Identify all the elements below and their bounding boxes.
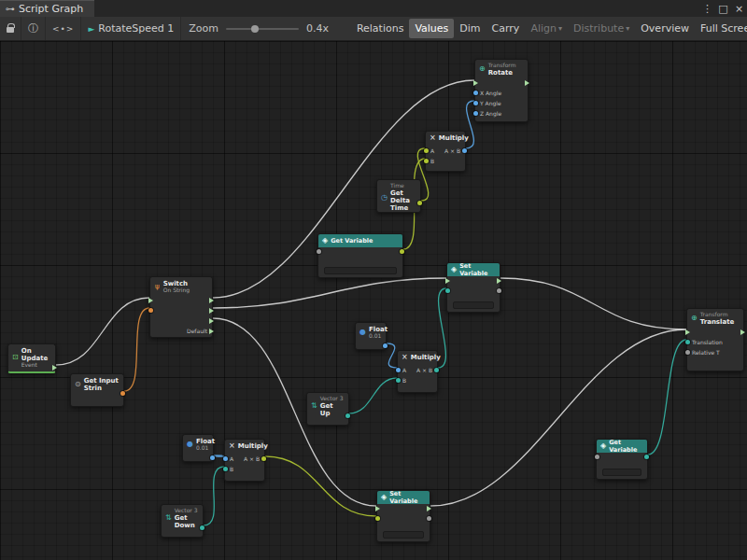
flow-port[interactable] <box>375 505 380 511</box>
value-port[interactable] <box>400 248 404 255</box>
fullscreen-button[interactable]: Full Screen <box>695 19 747 38</box>
node-switch[interactable]: ⋔SwitchOn StringDefault <box>149 276 213 338</box>
node-vector3-get-up[interactable]: ⇅Vector 3Get Up <box>306 392 349 426</box>
zoom-fit-button[interactable]: <•> <box>46 17 81 40</box>
node-set-variable-bottom[interactable]: ◈Set Variable <box>376 490 430 542</box>
value-port[interactable] <box>120 390 125 397</box>
info-button[interactable]: ⓘ <box>21 17 46 40</box>
value-port[interactable] <box>210 455 215 461</box>
graph-canvas[interactable]: ⊕TransformRotateX AngleY AngleZ Angle×Mu… <box>0 41 747 560</box>
zoom-slider[interactable] <box>226 28 299 30</box>
value-port[interactable]: B <box>424 158 434 164</box>
flow-port[interactable]: Default <box>187 328 214 334</box>
value-port[interactable]: A <box>223 455 233 462</box>
carry-button[interactable]: Carry <box>486 19 526 38</box>
wire-get-input-string-to-switch[interactable] <box>124 308 149 391</box>
value-port[interactable]: A × B <box>416 367 439 373</box>
node-on-update[interactable]: ⊡On UpdateEvent <box>7 343 56 373</box>
wire-on-update-to-switch[interactable] <box>56 298 149 365</box>
wire-vector3-get-down-to-multiply-bottom[interactable] <box>204 467 224 525</box>
close-icon[interactable]: × <box>731 0 747 17</box>
flow-port[interactable] <box>740 329 745 335</box>
values-button[interactable]: Values <box>409 19 454 38</box>
node-multiply-mid[interactable]: ×MultiplyABA × B <box>397 350 438 393</box>
node-get-variable-right[interactable]: ◈Get Variable <box>596 439 648 480</box>
node-set-variable-top[interactable]: ◈Set Variable <box>446 262 500 313</box>
value-port[interactable]: Y Angle <box>473 100 501 106</box>
distribute-button[interactable]: Distribute ▾ <box>568 19 635 38</box>
flow-port[interactable] <box>209 317 214 324</box>
node-float-mid[interactable]: ●Float0.01 <box>355 322 387 350</box>
maximize-icon[interactable]: □ <box>715 0 731 17</box>
flow-port[interactable] <box>525 79 529 86</box>
port-marker <box>473 91 478 95</box>
value-port[interactable]: Z Angle <box>473 110 501 117</box>
variable-field[interactable] <box>602 469 641 476</box>
flow-port[interactable] <box>52 364 57 371</box>
lock-icon <box>7 27 14 33</box>
tab-script-graph[interactable]: ⊶ Script Graph <box>0 0 94 17</box>
node-float-bottom[interactable]: ●Float0.01 <box>182 434 214 462</box>
flow-port[interactable] <box>473 79 478 86</box>
variable-field[interactable] <box>324 267 397 274</box>
value-port[interactable]: A × B <box>244 455 266 462</box>
value-port[interactable]: Translation <box>685 339 723 345</box>
port-marker <box>200 525 204 530</box>
wire-get-variable-right-to-translate[interactable] <box>648 340 686 455</box>
node-vector3-get-down[interactable]: ⇅Vector 3Get Down <box>161 504 204 538</box>
flow-port[interactable] <box>445 277 450 284</box>
value-port[interactable] <box>427 515 431 522</box>
dim-button[interactable]: Dim <box>454 19 486 38</box>
wire-switch-to-set-variable-top[interactable] <box>213 278 446 308</box>
wire-set-variable-bottom-to-translate[interactable] <box>430 329 686 506</box>
variable-field[interactable] <box>453 301 494 309</box>
variable-field[interactable] <box>383 531 424 539</box>
value-port[interactable] <box>345 413 350 419</box>
value-port[interactable] <box>148 307 153 314</box>
lock-button[interactable] <box>0 17 21 40</box>
value-port[interactable]: Relative T <box>685 349 720 356</box>
value-port[interactable]: A <box>396 367 406 373</box>
node-translate[interactable]: ⊕TransformTranslateTranslationRelative T <box>686 308 744 371</box>
value-port[interactable] <box>595 454 599 460</box>
value-port[interactable]: B <box>396 377 406 384</box>
wire-float-mid-to-multiply-mid[interactable] <box>387 343 397 368</box>
value-port[interactable] <box>417 200 422 206</box>
node-title: Get Variable <box>331 237 373 245</box>
node-get-variable-top[interactable]: ◈Get Variable <box>317 233 403 278</box>
flow-port[interactable] <box>497 277 501 284</box>
value-port[interactable]: A × B <box>444 147 467 154</box>
value-port[interactable] <box>644 454 649 460</box>
align-button[interactable]: Align ▾ <box>525 19 568 38</box>
value-port[interactable]: A <box>424 147 434 154</box>
window-menu-icon[interactable]: ⋮ <box>699 0 715 17</box>
value-port[interactable] <box>445 287 450 294</box>
wire-vector3-get-up-to-multiply-mid[interactable] <box>349 378 397 413</box>
port-marker <box>424 159 429 163</box>
value-port[interactable] <box>317 248 321 255</box>
value-port[interactable] <box>375 515 380 522</box>
graph-breadcrumb[interactable]: ► RotateSpeed 1 <box>81 17 181 40</box>
flow-port[interactable] <box>685 329 690 335</box>
overview-button[interactable]: Overview <box>635 19 695 38</box>
flow-port[interactable] <box>427 505 431 511</box>
value-port[interactable]: B <box>223 466 233 472</box>
node-rotate[interactable]: ⊕TransformRotateX AngleY AngleZ Angle <box>474 59 529 122</box>
flow-port[interactable] <box>209 297 214 303</box>
relations-button[interactable]: Relations <box>351 19 410 38</box>
value-port[interactable] <box>497 287 501 294</box>
value-port[interactable]: X Angle <box>473 90 501 96</box>
flow-port[interactable] <box>209 307 214 314</box>
value-port[interactable] <box>200 525 204 531</box>
port-marker <box>427 516 431 521</box>
script-graph-icon: ⊶ <box>6 4 15 14</box>
node-multiply-top[interactable]: ×MultiplyABA × B <box>425 131 466 172</box>
value-port[interactable] <box>383 343 388 349</box>
node-get-delta-time[interactable]: ◷TimeGet Delta Time <box>376 179 421 213</box>
port-marker <box>209 308 214 314</box>
flow-port[interactable] <box>148 297 153 303</box>
node-get-input-string[interactable]: ⊙Get Input Strin <box>70 373 124 407</box>
zoom-slider-handle[interactable] <box>251 25 259 33</box>
wire-set-variable-top-to-translate[interactable] <box>500 278 686 329</box>
node-multiply-bottom[interactable]: ×MultiplyABA × B <box>224 439 265 482</box>
